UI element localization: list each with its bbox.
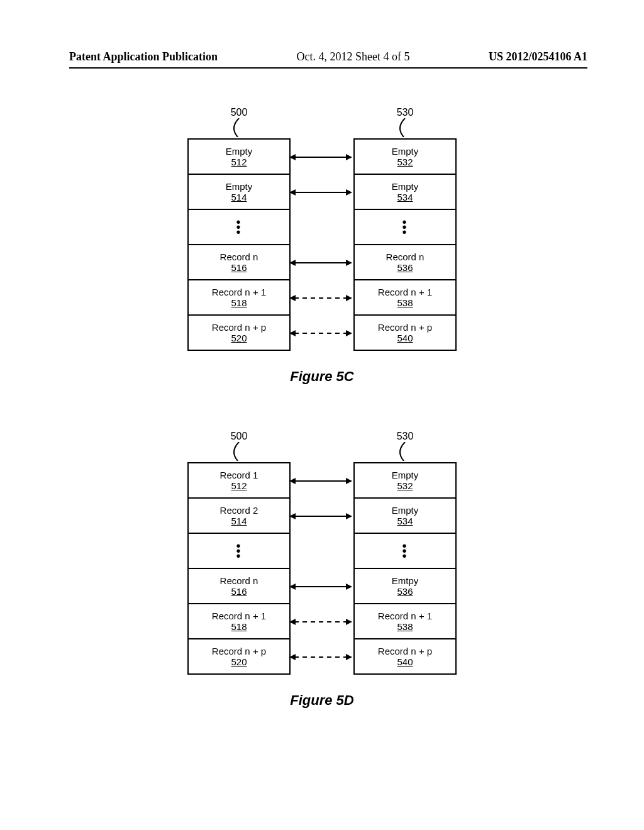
header-left: Patent Application Publication [69, 50, 218, 64]
record-cell: Record n + 1518 [189, 280, 289, 316]
cell-text: Empty [226, 181, 253, 192]
cell-text: Record n [220, 252, 258, 262]
cell-text: Record n + 1 [378, 287, 432, 297]
record-cell: Empty514 [189, 175, 289, 210]
cell-text: Record n + 1 [378, 611, 432, 621]
record-cell: Record n + 1518 [189, 604, 289, 639]
callout-500: 500 [189, 107, 289, 137]
callout-530: 530 [355, 431, 455, 461]
svg-marker-8 [346, 260, 352, 266]
cell-ref: 532 [397, 480, 413, 491]
callout-label: 530 [397, 107, 414, 118]
svg-marker-23 [346, 584, 352, 590]
callout-curve-icon [392, 442, 418, 461]
cell-ref: 514 [231, 516, 247, 526]
cell-ref: 534 [397, 192, 413, 202]
callout-label: 500 [231, 431, 248, 442]
record-cell: Record 1512 [189, 463, 289, 499]
cell-text: Record n + 1 [212, 287, 266, 297]
svg-marker-20 [346, 513, 352, 519]
cell-text: Record n + p [378, 646, 432, 656]
row-link-arrow [289, 654, 352, 660]
row-link-arrow [289, 513, 352, 519]
patent-page: Patent Application Publication Oct. 4, 2… [0, 0, 644, 830]
cell-text: Empty [392, 146, 419, 157]
cell-ref: 540 [397, 656, 413, 667]
svg-marker-5 [346, 189, 352, 196]
ellipsis-cell: ••• [355, 210, 455, 245]
record-cell: Empty534 [355, 499, 455, 534]
diagram-5c: 500 Empty512Empty514•••Record n516Record… [187, 138, 457, 351]
record-cell: Record n + 1538 [355, 604, 455, 639]
callout-label: 530 [397, 431, 414, 442]
cell-text: Record n + p [212, 322, 266, 333]
svg-marker-29 [346, 654, 352, 660]
right-column: 530 Empty532Empty534•••Record n536Record… [353, 138, 457, 351]
cell-text: Empty [392, 181, 419, 192]
callout-530: 530 [355, 107, 455, 137]
row-link-arrow [289, 584, 352, 590]
svg-marker-2 [346, 154, 352, 160]
cell-ref: 538 [397, 297, 413, 308]
cell-ref: 534 [397, 516, 413, 526]
callout-curve-icon [226, 118, 252, 137]
cell-ref: 536 [397, 262, 413, 273]
figure-label: Figure 5C [187, 368, 457, 385]
record-cell: Record n516 [189, 569, 289, 604]
callout-label: 500 [231, 107, 248, 118]
cell-text: Record n + p [378, 322, 432, 333]
cell-ref: 520 [231, 333, 247, 343]
record-cell: Record n536 [355, 245, 455, 280]
left-column: 500 Empty512Empty514•••Record n516Record… [187, 138, 291, 351]
svg-marker-17 [346, 478, 352, 484]
callout-500: 500 [189, 431, 289, 461]
record-cell: Empty532 [355, 140, 455, 175]
record-cell: Record n + p520 [189, 316, 289, 350]
record-cell: Emtpy536 [355, 569, 455, 604]
cell-text: Record 2 [220, 505, 258, 516]
cell-ref: 514 [231, 192, 247, 202]
cell-text: Empty [392, 505, 419, 516]
cell-ref: 516 [231, 262, 247, 273]
row-link-arrow [289, 478, 352, 484]
cell-ref: 516 [231, 586, 247, 597]
record-cell: Empty532 [355, 463, 455, 499]
row-link-arrow [289, 619, 352, 625]
svg-marker-14 [346, 330, 352, 336]
cell-ref: 540 [397, 333, 413, 343]
cell-ref: 532 [397, 157, 413, 167]
cell-ref: 518 [231, 621, 247, 632]
record-cell: Record n + p540 [355, 639, 455, 673]
page-header: Patent Application Publication Oct. 4, 2… [69, 50, 587, 69]
record-cell: Record n516 [189, 245, 289, 280]
cell-ref: 520 [231, 656, 247, 667]
record-cell: Record n + p540 [355, 316, 455, 350]
cell-text: Empty [226, 146, 253, 157]
cell-text: Record n + p [212, 646, 266, 656]
cell-text: Empty [392, 470, 419, 480]
cell-text: Record n [386, 252, 425, 262]
cell-ref: 518 [231, 297, 247, 308]
row-link-arrow [289, 330, 352, 336]
row-link-arrow [289, 260, 352, 266]
row-link-arrow [289, 189, 352, 196]
ellipsis-cell: ••• [189, 210, 289, 245]
cell-ref: 512 [231, 480, 247, 491]
callout-curve-icon [226, 442, 252, 461]
right-column: 530 Empty532Empty534•••Emtpy536Record n … [353, 462, 457, 675]
left-column: 500 Record 1512Record 2514•••Record n516… [187, 462, 291, 675]
cell-ref: 538 [397, 621, 413, 632]
cell-text: Record n + 1 [212, 611, 266, 621]
header-right: US 2012/0254106 A1 [489, 50, 587, 64]
svg-marker-11 [346, 295, 352, 301]
figure-5c: 500 Empty512Empty514•••Record n516Record… [187, 104, 457, 385]
record-cell: Record 2514 [189, 499, 289, 534]
row-link-arrow [289, 154, 352, 160]
ellipsis-cell: ••• [355, 534, 455, 569]
record-cell: Empty534 [355, 175, 455, 210]
cell-text: Record n [220, 575, 258, 586]
record-cell: Record n + p520 [189, 639, 289, 673]
ellipsis-cell: ••• [189, 534, 289, 569]
cell-text: Record 1 [220, 470, 258, 480]
record-cell: Empty512 [189, 140, 289, 175]
